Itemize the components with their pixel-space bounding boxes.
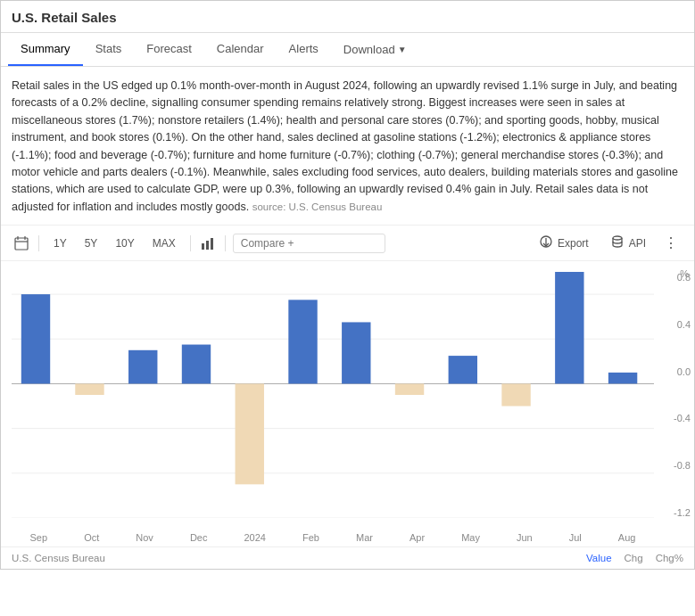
svg-rect-4 <box>202 243 204 250</box>
y-label-n12: -1.2 <box>657 507 691 518</box>
y-axis: 0.8 0.4 0.0 -0.4 -0.8 -1.2 <box>657 272 691 518</box>
api-label: API <box>629 237 646 250</box>
divider-1 <box>38 235 39 251</box>
x-label-mar: Mar <box>356 532 373 543</box>
bar-sep <box>21 294 50 383</box>
period-1y-btn[interactable]: 1Y <box>46 234 74 253</box>
page-title: U.S. Retail Sales <box>1 1 694 33</box>
tab-forecast[interactable]: Forecast <box>134 33 204 66</box>
tab-calendar[interactable]: Calendar <box>204 33 277 66</box>
bar-jun <box>501 383 530 406</box>
y-label-00: 0.0 <box>657 366 691 377</box>
bar-chart-icon[interactable] <box>198 234 218 253</box>
chart-toolbar: 1Y 5Y 10Y MAX Export <box>1 226 694 261</box>
x-label-apr: Apr <box>410 532 425 543</box>
y-label-08: 0.8 <box>657 272 691 283</box>
bar-apr <box>395 383 424 395</box>
compare-input[interactable] <box>233 234 386 253</box>
footer-chgpct-btn[interactable]: Chg% <box>656 553 683 563</box>
x-label-nov: Nov <box>136 532 153 543</box>
x-axis: Sep Oct Nov Dec 2024 Feb Mar Apr May Jun… <box>12 532 654 543</box>
divider-2 <box>190 235 191 251</box>
y-label-04: 0.4 <box>657 319 691 330</box>
chart-svg <box>12 272 654 518</box>
footer-value-btn[interactable]: Value <box>586 553 612 563</box>
bar-may <box>449 356 477 383</box>
x-label-jun: Jun <box>517 532 533 543</box>
source-text: source: U.S. Census Bureau <box>252 201 383 212</box>
svg-rect-6 <box>211 238 213 250</box>
tab-alerts[interactable]: Alerts <box>277 33 331 66</box>
database-icon <box>610 234 625 251</box>
download-dropdown-arrow: ▼ <box>398 45 407 54</box>
bar-jul <box>555 272 583 383</box>
footer-value-options: Value Chg Chg% <box>586 553 683 563</box>
export-label: Export <box>558 237 589 250</box>
svg-point-9 <box>613 236 622 240</box>
bar-aug <box>608 373 637 384</box>
x-label-dec: Dec <box>190 532 208 543</box>
bar-nov <box>128 350 157 384</box>
x-label-may: May <box>461 532 480 543</box>
description-section: Retail sales in the US edged up 0.1% mon… <box>1 67 694 226</box>
tab-download[interactable]: Download ▼ <box>331 34 419 65</box>
tab-summary[interactable]: Summary <box>8 33 83 66</box>
footer-chg-btn[interactable]: Chg <box>625 553 643 563</box>
x-label-feb: Feb <box>302 532 319 543</box>
y-label-n08: -0.8 <box>657 460 691 471</box>
bar-oct <box>75 383 103 395</box>
bar-2024 <box>236 383 264 484</box>
bar-dec <box>182 345 211 384</box>
more-options-btn[interactable]: ⋮ <box>658 231 683 255</box>
x-label-aug: Aug <box>618 532 636 543</box>
export-icon <box>539 234 553 251</box>
x-label-oct: Oct <box>84 532 99 543</box>
page-wrapper: U.S. Retail Sales Summary Stats Forecast… <box>0 0 695 570</box>
tab-bar: Summary Stats Forecast Calendar Alerts D… <box>1 33 694 67</box>
bar-feb <box>288 300 317 383</box>
x-label-jul: Jul <box>569 532 582 543</box>
chart-area: % <box>1 261 694 546</box>
export-btn[interactable]: Export <box>530 231 598 255</box>
calendar-icon[interactable] <box>12 234 31 253</box>
api-btn[interactable]: API <box>601 231 655 255</box>
x-label-sep: Sep <box>30 532 48 543</box>
footer-source: U.S. Census Bureau <box>12 553 105 563</box>
svg-rect-0 <box>15 238 28 250</box>
x-label-2024: 2024 <box>244 532 265 543</box>
svg-rect-5 <box>206 241 209 250</box>
tab-stats[interactable]: Stats <box>83 33 135 66</box>
chart-footer: U.S. Census Bureau Value Chg Chg% <box>1 546 694 569</box>
bar-mar <box>342 322 370 383</box>
description-text: Retail sales in the US edged up 0.1% mon… <box>12 79 678 213</box>
period-max-btn[interactable]: MAX <box>145 234 183 253</box>
y-label-n04: -0.4 <box>657 413 691 423</box>
period-10y-btn[interactable]: 10Y <box>108 234 141 253</box>
period-5y-btn[interactable]: 5Y <box>78 234 105 253</box>
divider-3 <box>225 235 226 251</box>
